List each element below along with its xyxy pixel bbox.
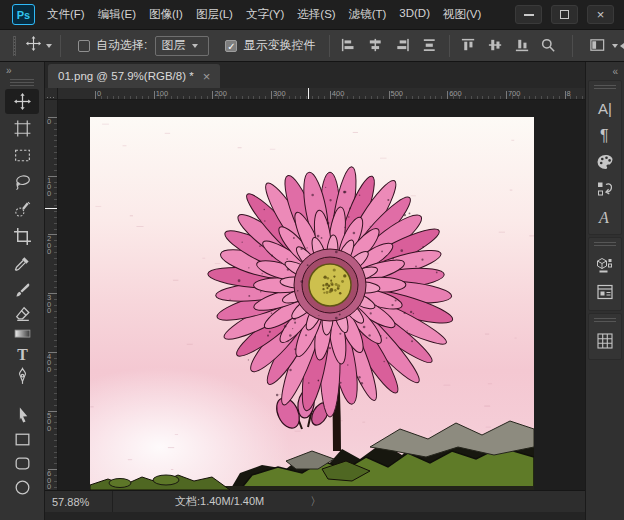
auto-select-label: 自动选择: — [96, 37, 147, 54]
align-buttons-group — [457, 35, 533, 57]
chevron-down-icon — [46, 44, 52, 48]
layer-scope-value: 图层 — [161, 37, 185, 54]
vertical-ruler[interactable]: 0100200300400500600 — [45, 100, 58, 490]
menu-item-image[interactable]: 图像(I) — [148, 5, 184, 24]
align-right-button[interactable] — [392, 35, 414, 57]
options-overflow-button[interactable] — [612, 43, 624, 49]
collapse-panels-button[interactable]: « — [612, 66, 618, 77]
close-button[interactable]: × — [587, 5, 614, 24]
toolbar-grip[interactable] — [10, 79, 34, 86]
align-middle-v-button[interactable] — [484, 35, 506, 57]
close-icon: × — [597, 8, 605, 21]
pen-tool[interactable] — [5, 364, 39, 389]
panel-group — [588, 313, 622, 360]
maximize-icon — [560, 10, 569, 19]
align-bottom-button[interactable] — [511, 35, 533, 57]
menu-item-file[interactable]: 文件(F) — [46, 5, 86, 24]
menu-item-filter[interactable]: 滤镜(T) — [348, 5, 388, 24]
show-transform-checkbox[interactable]: ✓ 显示变换控件 — [225, 37, 315, 54]
panel-group-grip[interactable] — [594, 318, 616, 324]
panel-dock: « A|¶A — [585, 62, 624, 520]
crop-tool[interactable] — [5, 224, 39, 249]
photoshop-logo-icon: Ps — [12, 4, 35, 25]
expand-toolbar-button[interactable]: » — [6, 65, 12, 76]
move-tool[interactable] — [5, 89, 39, 114]
align-left-button[interactable] — [338, 35, 360, 57]
eyedropper-tool[interactable] — [5, 251, 39, 276]
document-tab[interactable]: 01.png @ 57.9%(RGB/8) * × — [48, 64, 220, 88]
document-tab-title: 01.png @ 57.9%(RGB/8) * — [58, 70, 194, 82]
canvas-pasteboard[interactable] — [58, 100, 585, 490]
menu-item-type[interactable]: 文字(Y) — [245, 5, 285, 24]
tools-panel: » T — [0, 62, 45, 520]
options-bar-grip[interactable] — [13, 36, 16, 56]
photoshop-window: Ps 文件(F)编辑(E)图像(I)图层(L)文字(Y)选择(S)滤镜(T)3D… — [0, 0, 624, 520]
panel-properties-icon[interactable] — [590, 279, 620, 305]
document-size-info: 文档:1.40M/1.40M — [175, 494, 264, 509]
svg-text:T: T — [17, 346, 28, 363]
document-image[interactable] — [90, 117, 534, 490]
chevron-down-icon — [192, 44, 198, 48]
menu-item-layer[interactable]: 图层(L) — [195, 5, 234, 24]
ruler-origin-corner[interactable] — [45, 88, 58, 100]
maximize-button[interactable] — [551, 5, 578, 24]
checkbox-checked-icon[interactable]: ✓ — [225, 40, 237, 52]
svg-text:A: A — [598, 209, 609, 226]
panel-3d-icon[interactable] — [590, 252, 620, 278]
rectangle-tool[interactable] — [5, 427, 39, 452]
panel-group-grip[interactable] — [594, 242, 616, 248]
panel-glyphs-icon[interactable]: A — [590, 203, 620, 229]
zoom-button[interactable] — [537, 35, 559, 57]
status-bar-lower — [45, 512, 585, 520]
align-top-button[interactable] — [457, 35, 479, 57]
align-center-h-button[interactable] — [365, 35, 387, 57]
cursor-position-marker — [308, 88, 309, 100]
panel-swatches-icon[interactable] — [590, 149, 620, 175]
tool-preset-button[interactable] — [25, 35, 52, 56]
distribute-v-button[interactable] — [419, 35, 441, 57]
show-transform-label: 显示变换控件 — [243, 37, 315, 54]
workspace-button[interactable] — [586, 35, 608, 57]
layer-scope-dropdown[interactable]: 图层 — [155, 36, 209, 56]
panel-grid-icon[interactable] — [590, 328, 620, 354]
extra-buttons-group — [537, 35, 608, 57]
options-bar: 自动选择: 图层 ✓ 显示变换控件 — [0, 30, 624, 62]
status-bar: 57.88% 文档:1.40M/1.40M 〉 — [45, 490, 585, 512]
menu-item-select[interactable]: 选择(S) — [296, 5, 336, 24]
gerbera-daisy-artwork — [90, 117, 534, 490]
move-tool-icon — [25, 35, 42, 56]
panel-group-grip[interactable] — [594, 85, 616, 91]
cursor-position-marker — [45, 208, 58, 209]
auto-select-checkbox[interactable]: 自动选择: — [78, 37, 147, 54]
tab-close-icon[interactable]: × — [203, 70, 211, 83]
status-options-chevron[interactable]: 〉 — [310, 494, 321, 509]
path-select-tool[interactable] — [5, 403, 39, 428]
marquee-tool[interactable] — [5, 143, 39, 168]
window-controls: × — [515, 5, 614, 24]
zoom-level-field[interactable]: 57.88% — [52, 496, 100, 508]
panel-character-icon[interactable]: A| — [590, 95, 620, 121]
panel-group — [588, 237, 622, 311]
panel-character-styles-icon[interactable] — [590, 176, 620, 202]
lasso-tool[interactable] — [5, 170, 39, 195]
brush-tool[interactable] — [5, 278, 39, 303]
chevron-down-icon — [612, 44, 618, 48]
ellipse-tool[interactable] — [5, 475, 39, 500]
horizontal-ruler[interactable]: 01002003004005006007008 — [58, 88, 585, 100]
menu-item-view[interactable]: 视图(V) — [442, 5, 482, 24]
title-bar: Ps 文件(F)编辑(E)图像(I)图层(L)文字(Y)选择(S)滤镜(T)3D… — [0, 0, 624, 30]
triangle-left-icon — [620, 43, 624, 49]
align-buttons-group — [338, 35, 441, 57]
menu-item-edit[interactable]: 编辑(E) — [97, 5, 137, 24]
minimize-button[interactable] — [515, 5, 542, 24]
panel-group: A|¶A — [588, 80, 622, 235]
svg-text:¶: ¶ — [600, 127, 609, 144]
artboard-tool[interactable] — [5, 116, 39, 141]
rounded-rect-tool[interactable] — [5, 451, 39, 476]
checkbox-unchecked-icon[interactable] — [78, 40, 90, 52]
menu-bar: 文件(F)编辑(E)图像(I)图层(L)文字(Y)选择(S)滤镜(T)3D(D)… — [46, 5, 482, 24]
document-tab-bar: 01.png @ 57.9%(RGB/8) * × — [45, 62, 585, 88]
quick-select-tool[interactable] — [5, 197, 39, 222]
menu-item-3d[interactable]: 3D(D) — [398, 5, 431, 24]
panel-paragraph-icon[interactable]: ¶ — [590, 122, 620, 148]
